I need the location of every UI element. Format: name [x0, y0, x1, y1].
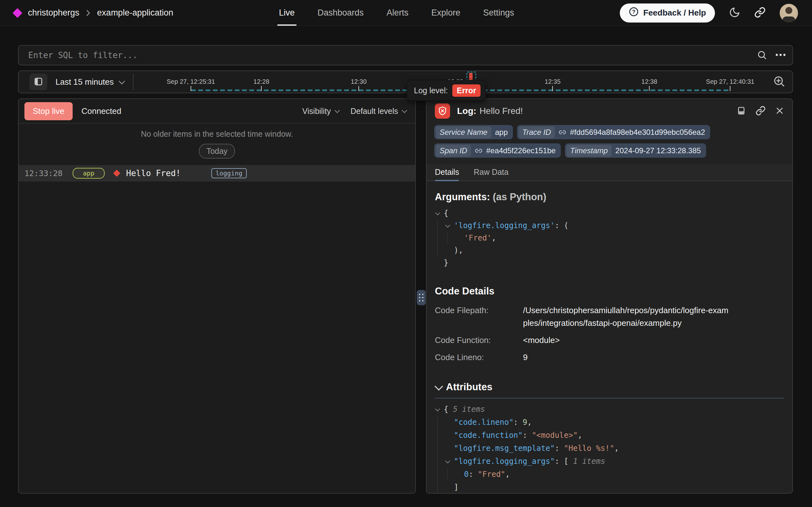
detail-tab[interactable]: Details: [435, 168, 459, 180]
zoom-in-icon[interactable]: [773, 75, 785, 89]
collapse-chevron-icon[interactable]: [445, 223, 450, 228]
error-shield-icon: [435, 103, 450, 119]
link-icon: [756, 106, 766, 117]
stop-live-button[interactable]: Stop live: [24, 102, 73, 120]
close-panel-button[interactable]: [775, 106, 784, 116]
metadata-chip[interactable]: Trace ID #fdd5694a8fa98eb4e301d99ebc056e…: [517, 125, 710, 139]
divider: [435, 398, 784, 398]
code-detail-value: <module>: [523, 334, 560, 346]
code-detail-value: /Users/christophersamiullah/repos/pydant…: [523, 304, 732, 329]
service-badge[interactable]: app: [73, 168, 104, 179]
tick-label: 12:30: [351, 78, 367, 86]
code-line: "code.lineno": 9,: [435, 416, 784, 429]
panel-resize-handle[interactable]: [417, 290, 426, 305]
code-line: "logfire.msg_template": "Hello %s!",: [435, 442, 784, 455]
empty-window-message: No older items in the selected time wind…: [19, 129, 415, 138]
breadcrumb-project[interactable]: example-application: [97, 8, 173, 18]
collapse-chevron-icon[interactable]: [435, 210, 440, 215]
detail-content: Arguments: (as Python) {'logfire.logging…: [427, 181, 792, 494]
timeline-tick: Sep 27, 12:40:31: [706, 78, 754, 91]
detail-panel-header: Log:Hello Fred!: [427, 99, 792, 123]
chevron-down-icon: [435, 382, 443, 391]
panel-bottom-icon: [737, 106, 746, 116]
code-line: 'logfire.logging_args': (: [435, 220, 784, 232]
detail-tabs: Details Raw Data: [427, 164, 792, 181]
logfire-app: christophergs example-application Live D…: [0, 0, 812, 507]
nav-tab[interactable]: Explore: [431, 0, 460, 26]
feedback-help-label: Feedback / Help: [643, 8, 706, 18]
log-level-tooltip: Log level: Error: [407, 80, 486, 101]
nav-tab[interactable]: Live: [279, 0, 295, 26]
default-levels-dropdown[interactable]: Default levels: [351, 107, 406, 116]
metadata-chip[interactable]: Timestamp 2024-09-27 12:33:28.385: [565, 144, 706, 158]
nav-actions: ? Feedback / Help: [620, 3, 798, 22]
metadata-chip[interactable]: Service Name app: [434, 125, 513, 139]
metadata-chips: Service Name app Trace ID #fdd5694a8fa98…: [427, 123, 792, 158]
attributes-section-toggle[interactable]: Attributes: [435, 381, 784, 393]
code-detail-value: 9: [523, 351, 527, 363]
close-icon: [775, 106, 784, 116]
visibility-dropdown[interactable]: Visibility: [302, 107, 338, 116]
detail-title-message: Hello Fred!: [480, 106, 523, 116]
code-detail-row: Code Function: <module>: [435, 334, 784, 346]
code-details-rows: Code Filepath: /Users/christophersamiull…: [435, 304, 784, 363]
question-circle-icon: ?: [629, 7, 639, 19]
link-icon: [754, 7, 766, 19]
collapse-chevron-icon[interactable]: [435, 406, 440, 411]
feedback-help-button[interactable]: ? Feedback / Help: [620, 3, 715, 22]
filter-more-button[interactable]: [775, 53, 786, 58]
time-range-select[interactable]: Last 15 minutes: [56, 77, 123, 87]
code-line: 0: "Fred",: [435, 468, 784, 481]
sql-filter-input[interactable]: [27, 50, 757, 60]
code-line: { 5 items: [435, 403, 784, 416]
live-panel-header: Stop live Connected Visibility Default l…: [19, 99, 415, 124]
default-levels-label: Default levels: [351, 107, 398, 116]
code-line: {: [435, 207, 784, 220]
code-line: "logfire.logging_args": [ 1 items: [435, 455, 784, 468]
tick-mark: [359, 86, 359, 91]
log-timestamp: 12:33:28: [24, 169, 62, 178]
code-detail-row: Code Lineno: 9: [435, 351, 784, 363]
theme-toggle-button[interactable]: [729, 7, 740, 19]
breadcrumb-org[interactable]: christophergs: [28, 8, 79, 18]
timeline-tick: Sep 27, 12:25:31: [167, 78, 215, 91]
share-link-button[interactable]: [754, 7, 766, 19]
metadata-chip[interactable]: Span ID #ea4d5f226ec151be: [434, 144, 561, 158]
attributes-heading: Attributes: [446, 381, 492, 393]
code-line: }: [435, 257, 784, 269]
chevron-down-icon: [402, 108, 407, 113]
logfire-logo-icon[interactable]: [12, 8, 22, 18]
chip-value: #fdd5694a8fa98eb4e301d99ebc056ea2: [570, 128, 705, 137]
logging-tag-badge[interactable]: logging: [211, 168, 247, 178]
tick-label: 12:35: [545, 78, 560, 86]
nav-tab[interactable]: Dashboards: [317, 0, 364, 26]
user-avatar[interactable]: [779, 4, 798, 22]
tick-mark: [730, 86, 731, 91]
tick-label: Sep 27, 12:25:31: [167, 78, 215, 86]
copy-link-button[interactable]: [756, 106, 766, 117]
nav-tab[interactable]: Settings: [483, 0, 514, 26]
chip-label: Timestamp: [566, 145, 612, 157]
log-row[interactable]: 12:33:28 app Hello Fred! logging: [19, 165, 415, 181]
detail-title-label: Log:: [457, 106, 477, 116]
detail-title: Log:Hello Fred!: [457, 106, 523, 116]
today-button[interactable]: Today: [199, 144, 235, 159]
search-button[interactable]: [757, 50, 767, 61]
breadcrumb-chevron-icon: [86, 9, 91, 17]
sidebar-toggle-button[interactable]: [29, 74, 47, 90]
time-range-label: Last 15 minutes: [56, 77, 114, 87]
tick-mark: [191, 86, 191, 91]
dock-panel-button[interactable]: [737, 106, 746, 116]
detail-tab[interactable]: Raw Data: [474, 168, 508, 180]
live-logs-panel: Stop live Connected Visibility Default l…: [18, 98, 416, 494]
code-detail-row: Code Filepath: /Users/christophersamiull…: [435, 304, 784, 329]
arguments-heading: Arguments: (as Python): [435, 191, 784, 203]
chip-label: Trace ID: [519, 126, 555, 138]
code-detail-label: Code Function:: [435, 334, 523, 346]
main-nav: Live Dashboards Alerts Explore Settings: [279, 0, 514, 26]
collapse-chevron-icon[interactable]: [445, 458, 450, 463]
link-icon: [475, 147, 483, 155]
arguments-code-block: {'logfire.logging_args': ('Fred',),}: [435, 207, 784, 269]
nav-tab[interactable]: Alerts: [387, 0, 409, 26]
panel-left-icon: [34, 77, 43, 87]
